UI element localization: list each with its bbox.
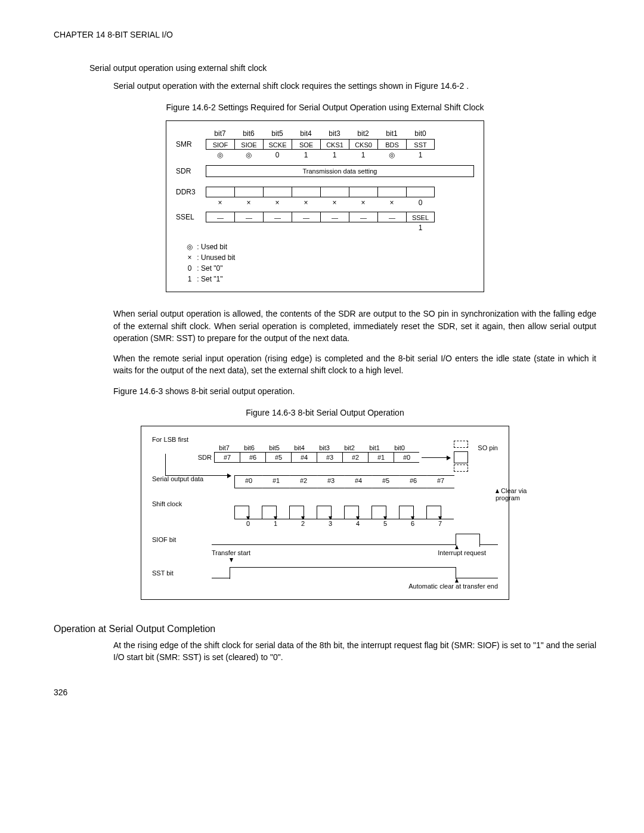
bit-name: —	[206, 212, 234, 222]
bit-header: bit4	[287, 444, 312, 451]
bit-cell	[377, 187, 406, 197]
bit-name: CKS1	[320, 139, 349, 150]
bit-header: bit3	[320, 129, 349, 138]
sdr-cell: #0	[394, 452, 419, 463]
arrow-icon	[422, 457, 450, 458]
hex-cell: #1	[262, 477, 290, 484]
bit-value: 1	[349, 151, 377, 159]
bit-header: bit7	[206, 129, 234, 138]
sdr-label: SDR	[152, 454, 214, 461]
bit-value: 0	[263, 151, 292, 159]
up-arrow-icon	[455, 545, 459, 549]
bit-value: ◎	[377, 151, 406, 159]
bit-name: SSEL	[406, 212, 435, 222]
bit-header: bit7	[212, 444, 237, 451]
transfer-start-label: Transfer start	[212, 549, 250, 556]
bit-value: ×	[292, 199, 320, 207]
bit-header: bit4	[292, 129, 320, 138]
hex-cell: #3	[317, 477, 345, 484]
bit-name: —	[292, 212, 320, 222]
bit-value: 0	[406, 199, 435, 207]
bit-name: —	[349, 212, 377, 222]
bit-value: ×	[234, 199, 263, 207]
bit-cell	[320, 187, 349, 197]
bit-name: —	[377, 212, 406, 222]
clear-program-label: Clear via program	[496, 487, 549, 501]
register-name: SDR	[176, 167, 206, 175]
bit-name: CKS0	[349, 139, 377, 150]
section-body: Serial output operation with the externa…	[113, 80, 596, 92]
so-pin-box	[454, 451, 468, 463]
sdr-text: Transmission data setting	[206, 165, 474, 177]
section-title: Serial output operation using external s…	[89, 63, 596, 73]
bit-value: ×	[206, 199, 234, 207]
bit-value: ◎	[234, 151, 263, 159]
bit-name: SOE	[292, 139, 320, 150]
bit-name: BDS	[377, 139, 406, 150]
bit-cell	[349, 187, 377, 197]
bit-header: bit5	[262, 444, 287, 451]
bit-cell	[292, 187, 320, 197]
legend: ◎ : Used bit × : Unused bit 0 : Set "0" …	[184, 241, 474, 284]
paragraph: When the remote serial input operation (…	[113, 352, 596, 377]
register-name: SMR	[176, 140, 206, 148]
sst-label: SST bit	[152, 569, 212, 577]
down-arrow-icon	[230, 558, 233, 562]
bit-header: bit0	[387, 444, 412, 451]
sdr-cell: #7	[214, 452, 240, 463]
so-pin-label: SO pin	[478, 444, 498, 451]
bit-header: bit2	[337, 444, 362, 451]
paragraph: At the rising edge of the shift clock fo…	[113, 639, 596, 664]
bit-cell	[206, 187, 234, 197]
bit-cell	[406, 187, 435, 197]
bit-name: SIOE	[234, 139, 263, 150]
bit-cell	[263, 187, 292, 197]
bit-header: bit5	[263, 129, 292, 138]
figure-caption-1: Figure 14.6-2 Settings Required for Seri…	[54, 103, 596, 112]
lsb-first-label: For LSB first	[152, 436, 498, 443]
bit-value: ×	[349, 199, 377, 207]
interrupt-label: Interrupt request	[438, 549, 486, 556]
hex-cell: #4	[345, 477, 372, 484]
sdr-cell: #2	[342, 452, 368, 463]
register-name: DDR3	[176, 188, 206, 196]
bit-header: bit0	[406, 129, 435, 138]
bit-header: bit1	[362, 444, 387, 451]
bit-header: bit3	[312, 444, 337, 451]
bit-header: bit1	[377, 129, 406, 138]
bit-header: bit6	[237, 444, 262, 451]
section-heading: Operation at Serial Output Completion	[54, 624, 596, 634]
timing-diagram: For LSB first bit7 bit6 bit5 bit4 bit3 b…	[141, 426, 509, 600]
bit-name: SCKE	[263, 139, 292, 150]
siof-label: SIOF bit	[152, 536, 212, 543]
paragraph: Figure 14.6-3 shows 8-bit serial output …	[113, 385, 596, 397]
page-number: 326	[54, 688, 596, 697]
bit-value: ◎	[206, 151, 234, 159]
hex-cell: #7	[427, 477, 454, 484]
sdr-cell: #1	[368, 452, 394, 463]
shift-clock-label: Shift clock	[152, 500, 212, 507]
sdr-cell: #6	[240, 452, 265, 463]
sdr-cell: #5	[265, 452, 291, 463]
bit-value: 1	[406, 224, 435, 232]
bit-header: bit6	[234, 129, 263, 138]
bit-value: ×	[320, 199, 349, 207]
paragraph: When serial output operation is allowed,…	[113, 308, 596, 344]
bit-name: —	[320, 212, 349, 222]
auto-clear-label: Automatic clear at transfer end	[408, 583, 498, 590]
bit-cell	[234, 187, 263, 197]
register-diagram: bit7 bit6 bit5 bit4 bit3 bit2 bit1 bit0 …	[166, 120, 484, 292]
bit-value: 1	[292, 151, 320, 159]
bit-value: 1	[320, 151, 349, 159]
sdr-cell: #3	[317, 452, 342, 463]
hex-cell: #5	[372, 477, 400, 484]
bit-value: ×	[377, 199, 406, 207]
register-name: SSEL	[176, 213, 206, 221]
bit-name: —	[234, 212, 263, 222]
bit-value: 1	[406, 151, 435, 159]
chapter-header: CHAPTER 14 8-BIT SERIAL I/O	[54, 30, 596, 39]
hex-cell: #6	[400, 477, 427, 484]
up-arrow-icon	[455, 578, 459, 583]
figure-caption-2: Figure 14.6-3 8-bit Serial Output Operat…	[54, 408, 596, 417]
hex-cell: #2	[290, 477, 317, 484]
